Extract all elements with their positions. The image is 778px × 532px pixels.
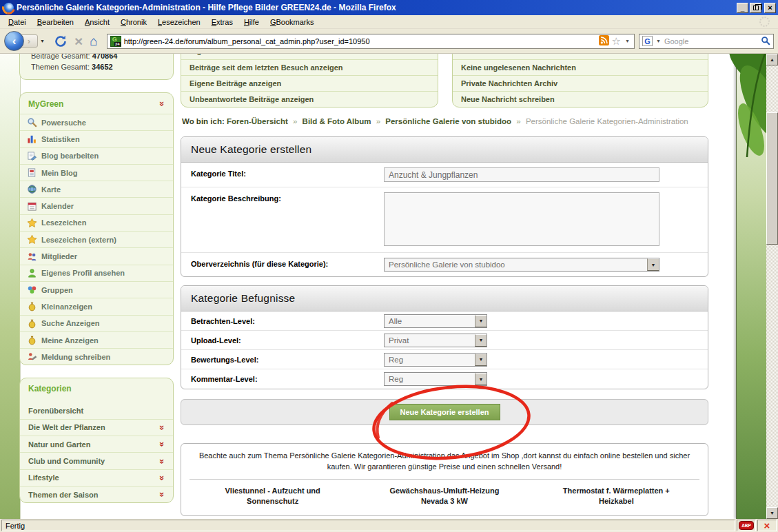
sidebar-item-kleinanzeigen[interactable]: Kleinanzeigen [20, 298, 173, 314]
search-icon[interactable] [761, 36, 770, 47]
sidebar-item-suche-anzeigen[interactable]: Suche Anzeigen [20, 315, 173, 331]
vertical-scrollbar[interactable]: ▲ ▼ [766, 54, 778, 519]
adblock-panel[interactable]: ABP [737, 520, 756, 531]
sidebar-item-natur-und-garten[interactable]: Natur und Garten» [20, 436, 173, 452]
quicklink-neue-beitraege[interactable]: Beiträge seit dem letzten Besuch anzeige… [181, 59, 438, 75]
history-dropdown-icon[interactable]: ▼ [40, 39, 45, 43]
search-input[interactable]: Google [664, 37, 759, 45]
sidebar-item-blog-bearbeiten[interactable]: Blog bearbeiten [20, 147, 173, 164]
shop-product-heizung[interactable]: Gewächshaus-Umluft-Heizung Nevada 3 kW [358, 486, 530, 507]
quicklink-profil-bearbeiten[interactable]: Eigenes Profil bearbeiten [181, 54, 438, 59]
dropdown-arrow-icon[interactable]: ▼ [475, 373, 487, 385]
upload-level-select[interactable]: Privat▼ [384, 334, 487, 347]
rss-icon[interactable] [599, 35, 609, 47]
sidebar-item-eigenes-profil[interactable]: Eigenes Profil ansehen [20, 265, 173, 281]
error-indicator-panel[interactable]: × [757, 520, 777, 531]
menu-gbookmarks[interactable]: GBookmarks [265, 17, 320, 28]
menu-ansicht[interactable]: Ansicht [79, 17, 115, 28]
stats-posts: Beiträge Gesamt: 470864 [31, 54, 162, 61]
sidebar-item-themen-der-saison[interactable]: Themen der Saison» [20, 486, 173, 502]
sidebar-item-club-und-community[interactable]: Club und Community» [20, 452, 173, 469]
menu-extras[interactable]: Extras [206, 17, 238, 28]
parent-directory-select[interactable]: Persönliche Galerie von stubidoo ▼ [384, 258, 659, 272]
expand-chevron-icon[interactable]: » [157, 425, 167, 430]
sidebar-item-label: Karte [41, 185, 61, 194]
dropdown-arrow-icon[interactable]: ▼ [647, 258, 659, 271]
breadcrumb-link-fotoalbum[interactable]: Bild & Foto Album [303, 117, 371, 125]
breadcrumb-current: Persönliche Galerie Kategorien-Administr… [526, 117, 688, 125]
quicklink-unbeantwortete[interactable]: Unbeantwortete Beiträge anzeigen [181, 91, 438, 107]
breadcrumb-link-forenuebersicht[interactable]: Foren-Übersicht [227, 117, 288, 125]
message-link-neue[interactable]: Keine neuen Nachrichten [453, 54, 708, 59]
close-button[interactable]: × [764, 3, 776, 13]
sidebar-item-karte[interactable]: Karte [20, 181, 173, 197]
forum-stats-box: Beiträge Gesamt: 470864 Themen Gesamt: 3… [19, 54, 174, 80]
shop-panel: Beachte auch zum Thema Persönliche Galer… [181, 443, 708, 516]
sidebar-item-forenuebersicht[interactable]: Forenübersicht [20, 402, 173, 418]
expand-chevron-icon[interactable]: » [157, 442, 167, 447]
message-link-archiv[interactable]: Private Nachrichten Archiv [453, 75, 708, 91]
create-category-button[interactable]: Neue Kategorie erstellen [389, 404, 500, 420]
sidebar-item-gruppen[interactable]: Gruppen [20, 281, 173, 298]
breadcrumb-separator: » [290, 117, 300, 125]
sidebar-item-kalender[interactable]: Kalender [20, 197, 173, 214]
breadcrumb-link-galerie[interactable]: Persönliche Galerie von stubidoo [385, 117, 511, 125]
sidebar-item-lesezeichen[interactable]: Lesezeichen [20, 214, 173, 231]
mygreen-header[interactable]: MyGreen » [20, 93, 173, 114]
expand-chevron-icon[interactable]: » [157, 458, 167, 463]
sidebar-item-meldung-schreiben[interactable]: Meldung schreiben [20, 348, 173, 365]
expand-chevron-icon[interactable]: » [157, 475, 167, 480]
address-bar[interactable]: G 24 http://green-24.de/forum/album_pers… [107, 34, 635, 49]
menu-lesezeichen[interactable]: Lesezeichen [152, 17, 206, 28]
main-content: Eigenes Profil bearbeiten Beiträge seit … [181, 54, 708, 516]
dropdown-arrow-icon[interactable]: ▼ [475, 354, 487, 366]
back-button[interactable]: ‹ [4, 31, 24, 51]
rating-level-select[interactable]: Reg▼ [384, 353, 487, 367]
sidebar-item-mein-blog[interactable]: Mein Blog [20, 164, 173, 181]
quicklink-eigene-beitraege[interactable]: Eigene Beiträge anzeigen [181, 75, 438, 91]
new-category-panel-title: Neue Kategorie erstellen [181, 137, 708, 163]
comment-level-select[interactable]: Reg▼ [384, 372, 487, 386]
collapse-chevron-icon[interactable]: » [157, 101, 167, 106]
sidebar-item-statistiken[interactable]: Statistiken [20, 130, 173, 147]
menu-bearbeiten[interactable]: Bearbeiten [32, 17, 79, 28]
search-box[interactable]: G ▼ Google [639, 34, 774, 49]
search-engine-dropdown-icon[interactable]: ▼ [655, 39, 662, 43]
restore-icon [753, 6, 759, 10]
reload-button[interactable] [54, 34, 68, 48]
url-text[interactable]: http://green-24.de/forum/album_personal_… [124, 37, 596, 45]
url-dropdown-icon[interactable]: ▼ [624, 39, 631, 43]
dropdown-arrow-icon[interactable]: ▼ [475, 334, 487, 347]
scrollbar-thumb[interactable] [766, 112, 778, 245]
bookmark-star-icon[interactable]: ☆ [612, 37, 621, 46]
menu-datei[interactable]: Datei [3, 17, 32, 28]
stop-icon: × [74, 34, 83, 48]
search-icon [27, 117, 37, 127]
sidebar-item-mitglieder[interactable]: Mitglieder [20, 247, 173, 264]
home-button[interactable]: ⌂ [90, 34, 97, 48]
minimize-button[interactable]: _ [737, 3, 748, 13]
sidebar-item-powersuche[interactable]: Powersuche [20, 114, 173, 130]
category-title-input[interactable] [384, 167, 659, 182]
expand-chevron-icon[interactable]: » [157, 492, 167, 497]
sidebar-item-lesezeichen-extern[interactable]: Lesezeichen (extern) [20, 231, 173, 247]
sidebar-item-meine-anzeigen[interactable]: Meine Anzeigen [20, 331, 173, 348]
sidebar-item-welt-der-pflanzen[interactable]: Die Welt der Pflanzen» [20, 419, 173, 436]
sidebar-item-lifestyle[interactable]: Lifestyle» [20, 469, 173, 486]
adblock-icon[interactable]: ABP [739, 521, 754, 530]
category-description-textarea[interactable] [384, 192, 659, 246]
scroll-up-button[interactable]: ▲ [766, 54, 778, 65]
restore-button[interactable] [750, 3, 761, 13]
shop-product-vliestunnel[interactable]: Vliestunnel - Aufzucht und Sonnenschutz [187, 486, 358, 507]
blog-icon [27, 167, 37, 178]
stop-button[interactable]: × [74, 34, 83, 48]
view-level-select[interactable]: Alle▼ [384, 314, 487, 328]
shop-product-thermostat[interactable]: Thermostat f. Wärmeplatten + Heizkabel [531, 486, 702, 507]
message-link-schreiben[interactable]: Neue Nachricht schreiben [453, 91, 708, 107]
menu-chronik[interactable]: Chronik [115, 17, 152, 28]
message-link-ungelesene[interactable]: Keine ungelesenen Nachrichten [453, 59, 708, 75]
page-left-border [0, 54, 21, 519]
scroll-down-button[interactable]: ▼ [766, 507, 778, 519]
menu-hilfe[interactable]: Hilfe [238, 17, 265, 28]
dropdown-arrow-icon[interactable]: ▼ [475, 315, 487, 327]
